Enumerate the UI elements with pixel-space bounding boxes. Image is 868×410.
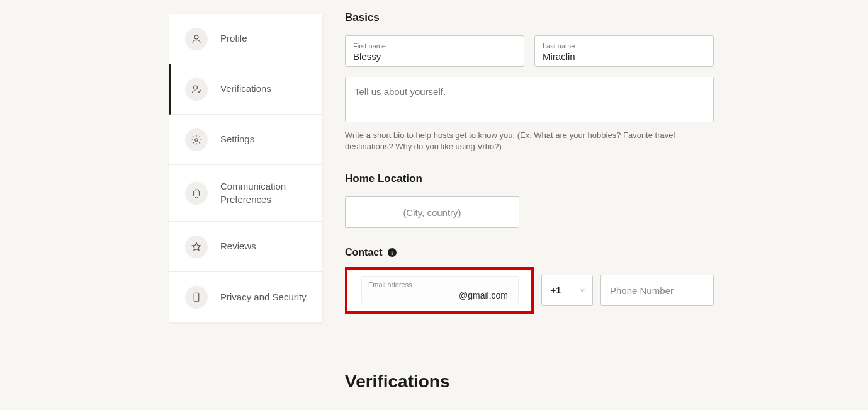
star-icon — [185, 236, 208, 258]
settings-sidebar: Profile Verifications Settings Communica… — [169, 14, 322, 322]
verifications-icon — [185, 78, 208, 101]
last-name-field[interactable]: Last name — [534, 35, 714, 67]
sidebar-item-label: Verifications — [220, 83, 271, 95]
email-field[interactable]: Email address — [361, 276, 519, 304]
sidebar-item-label: Privacy and Security — [220, 291, 307, 304]
email-highlight-box: Email address — [345, 267, 534, 314]
last-name-label: Last name — [543, 42, 706, 50]
sidebar-item-label: Reviews — [220, 240, 256, 253]
home-location-heading: Home Location — [345, 173, 714, 185]
bio-textarea[interactable] — [345, 77, 714, 122]
sidebar-item-reviews[interactable]: Reviews — [169, 222, 322, 272]
svg-point-0 — [194, 35, 198, 39]
verifications-heading: Verifications — [345, 372, 714, 392]
country-code-value: +1 — [551, 285, 561, 295]
home-location-placeholder: (City, country) — [403, 207, 461, 218]
first-name-label: First name — [353, 42, 516, 50]
first-name-field[interactable]: First name — [345, 35, 524, 67]
sidebar-item-privacy[interactable]: Privacy and Security — [169, 272, 322, 322]
country-code-select[interactable]: +1 — [541, 275, 593, 306]
phone-field[interactable]: Phone Number — [600, 275, 714, 306]
profile-icon — [185, 28, 208, 50]
email-input[interactable] — [368, 290, 512, 300]
sidebar-item-label: Profile — [220, 32, 247, 45]
sidebar-item-label: Settings — [220, 133, 254, 145]
chevron-down-icon — [578, 287, 586, 294]
bio-hint: Write a short bio to help hosts get to k… — [345, 130, 714, 152]
info-icon[interactable]: i — [388, 248, 397, 257]
phone-placeholder: Phone Number — [610, 285, 674, 296]
contact-heading-row: Contact i — [345, 247, 714, 258]
email-label: Email address — [368, 281, 512, 288]
main-content: Basics First name Last name Write a shor… — [345, 11, 714, 410]
sidebar-item-label: Communication Preferences — [220, 180, 308, 206]
last-name-input[interactable] — [543, 51, 706, 62]
phone-icon — [185, 286, 208, 309]
first-name-input[interactable] — [353, 51, 516, 62]
sidebar-item-verifications[interactable]: Verifications — [169, 64, 322, 115]
svg-point-2 — [195, 138, 198, 141]
gear-icon — [185, 128, 208, 151]
svg-point-1 — [194, 86, 198, 89]
contact-heading: Contact — [345, 247, 383, 258]
basics-heading: Basics — [345, 11, 714, 24]
home-location-field[interactable]: (City, country) — [345, 196, 519, 228]
sidebar-item-profile[interactable]: Profile — [169, 14, 322, 64]
bell-icon — [185, 182, 208, 205]
sidebar-item-communication[interactable]: Communication Preferences — [169, 165, 322, 222]
sidebar-item-settings[interactable]: Settings — [169, 115, 322, 165]
